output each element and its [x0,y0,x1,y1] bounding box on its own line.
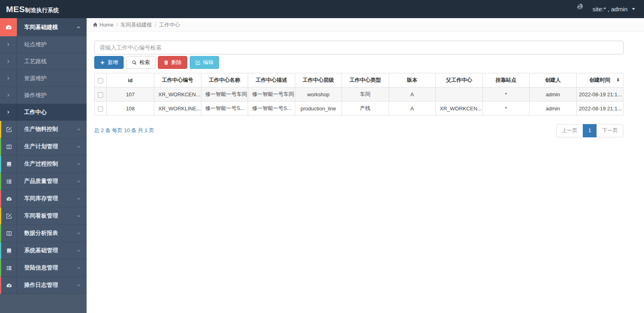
sidebar-item[interactable]: 车间看板管理 [0,207,87,225]
row-checkbox[interactable] [98,106,103,112]
sidebar-subitem[interactable]: 工作中心 [0,104,87,121]
sidebar-subitem[interactable]: 操作维护 [0,87,87,104]
chevron-right-icon [0,104,17,120]
sidebar-subitem[interactable]: 资源维护 [0,70,87,87]
tachometer-icon [1,190,17,207]
select-all-checkbox[interactable] [98,78,103,83]
search-button[interactable]: 检索 [126,56,155,69]
search-input[interactable] [94,41,623,54]
table-cell: 车间 [342,87,389,102]
caret-down-icon [632,8,635,10]
chevron-down-icon [77,179,81,184]
sidebar-item-label: 车间库存管理 [24,195,58,202]
sidebar-subitem[interactable]: 站点维护 [0,36,87,53]
sidebar-item-label: 车间看板管理 [24,212,58,220]
home-icon [93,22,98,27]
next-page-button[interactable]: 下一页 [596,124,623,137]
select-all-header-cell [95,73,107,87]
edit-icon [1,207,17,224]
sidebar-subitem-label: 操作维护 [24,92,47,99]
top-navbar: MES制造执行系统 site:* , admin [0,0,644,18]
sidebar-item[interactable]: 生产物料控制 [0,121,87,138]
row-select-cell [95,102,107,116]
chevron-up-icon [76,25,81,30]
chevron-down-icon [77,127,81,132]
breadcrumb-level1[interactable]: 车间基础建模 [120,21,152,29]
table-cell: XR_WORKCEN... [436,102,483,116]
chevron-right-icon [0,53,17,70]
add-button[interactable]: 新增 [94,56,124,69]
table-row: 107XR_WORKCEN...修一智能一号车间修一智能一号车间workshop… [95,87,623,102]
breadcrumb-home[interactable]: Home [93,22,114,28]
chevron-down-icon [77,197,81,201]
breadcrumb: Home / 车间基础建模 / 工作中心 [87,18,644,32]
table-cell: 107 [107,87,154,102]
table-cell: 修一智能一号车间 [201,87,248,102]
chevron-down-icon [77,249,81,253]
user-menu[interactable]: site:* , admin [577,3,644,15]
row-select-cell [95,87,107,102]
table-cell: 修一智能一号S... [201,102,248,116]
table-cell: XR_WORKCEN... [154,87,201,102]
prev-page-button[interactable]: 上一页 [556,124,583,137]
chevron-down-icon [77,162,81,166]
column-header: 挂靠站点 [482,73,530,87]
user-label: site:* , admin [592,6,627,12]
sidebar-item[interactable]: 登陆信息管理 [0,259,87,277]
column-header: 工作中心描述 [248,73,295,87]
chevron-down-icon [77,231,81,236]
list-icon [1,259,17,276]
sidebar-subitem-label: 资源维护 [24,75,47,82]
sidebar-group-workshop-modeling[interactable]: 车间基础建模 [0,18,87,36]
sidebar-item-label: 生产计划管理 [24,143,58,150]
delete-button[interactable]: 删除 [158,56,187,69]
sidebar-item[interactable]: 车间库存管理 [0,190,87,207]
book-icon [1,242,17,259]
table-cell: 修一智能一号S... [248,102,295,116]
pagination: 上一页 1 下一页 [556,124,623,137]
table-cell: production_line [295,102,342,116]
user-avatar [577,3,589,15]
table-cell: * [482,87,530,102]
sidebar-item[interactable]: 系统基础管理 [0,242,87,259]
trash-icon [164,60,169,65]
column-header: id [107,73,154,87]
sidebar-item[interactable]: 生产过程控制 [0,155,87,173]
table-cell: A [389,87,436,102]
sidebar-item-label: 生产物料控制 [24,126,58,133]
edit-button[interactable]: 编辑 [190,56,219,69]
page-1-button[interactable]: 1 [583,124,597,137]
column-header: 创建人 [530,73,577,87]
chevron-down-icon [77,266,81,270]
breadcrumb-current: 工作中心 [159,21,180,29]
sidebar-item[interactable]: 数据分析报表 [0,225,87,242]
column-header: 工作中心名称 [201,73,248,87]
main-content: Home / 车间基础建模 / 工作中心 新增 检索 [87,0,644,313]
chevron-right-icon [0,36,17,53]
search-icon [132,60,137,65]
app-logo[interactable]: MES制造执行系统 [0,4,87,14]
table-cell: 2022-08-19 21:1... [576,87,623,102]
column-header: 工作中心类型 [342,73,389,87]
row-checkbox[interactable] [98,92,103,97]
table-row: 108XR_WORKLINE...修一智能一号S...修一智能一号S...pro… [95,102,623,116]
columns-icon [1,138,17,155]
sidebar-item-label: 产品质量管理 [24,178,58,185]
table-cell: * [482,102,530,116]
sidebar: 车间基础建模 站点维护工艺路线资源维护操作维护工作中心 生产物料控制生产计划管理… [0,18,87,313]
table-cell: 产线 [342,102,389,116]
chevron-down-icon [77,145,81,149]
sidebar-item[interactable]: 产品质量管理 [0,173,87,190]
sidebar-subitem[interactable]: 工艺路线 [0,53,87,70]
toolbar: 新增 检索 删除 编辑 [94,56,623,69]
sidebar-subitem-label: 工艺路线 [24,58,47,65]
brand-suffix: 制造执行系统 [25,7,59,13]
sidebar-item[interactable]: 生产计划管理 [0,138,87,155]
sidebar-subitem-label: 站点维护 [24,41,47,48]
book-icon [1,155,17,172]
table-cell: A [389,102,436,116]
pagination-summary: 总 2 条 每页 10 条 共 1 页 [94,127,154,134]
sidebar-group-label: 车间基础建模 [24,24,58,31]
sidebar-item-label: 生产过程控制 [24,160,58,168]
sidebar-item[interactable]: 操作日志管理 [0,277,87,294]
